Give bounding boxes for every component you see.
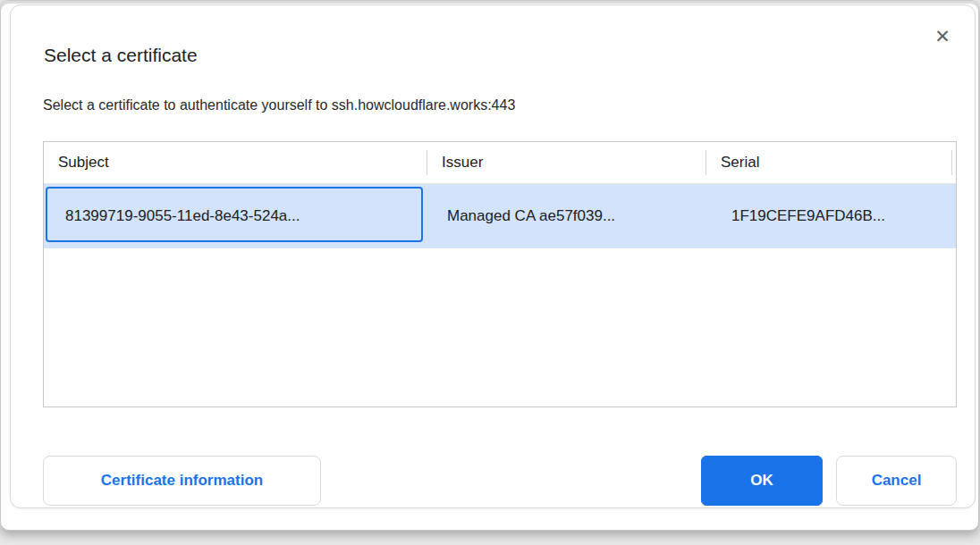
certificate-information-button[interactable]: Certificate information	[43, 456, 321, 506]
table-header-row: Subject Issuer Serial	[44, 142, 956, 184]
close-icon[interactable]: ✕	[930, 23, 955, 48]
column-header-serial: Serial	[706, 142, 952, 183]
dialog-subtitle: Select a certificate to authenticate you…	[43, 97, 515, 113]
column-header-issuer: Issuer	[427, 142, 706, 183]
cancel-button[interactable]: Cancel	[836, 456, 957, 506]
browser-window: ✕ Select a certificate Select a certific…	[0, 0, 979, 531]
certificate-select-dialog: ✕ Select a certificate Select a certific…	[10, 4, 976, 508]
dialog-title: Select a certificate	[44, 45, 198, 66]
cell-subject[interactable]: 81399719-9055-11ed-8e43-524a...	[44, 184, 427, 248]
screen: ✕ Select a certificate Select a certific…	[0, 0, 980, 545]
ok-button[interactable]: OK	[701, 456, 823, 506]
table-row[interactable]: 81399719-9055-11ed-8e43-524a... Managed …	[44, 184, 956, 248]
certificate-table: Subject Issuer Serial 81399719-9055-11ed…	[43, 141, 957, 407]
column-header-subject: Subject	[44, 142, 427, 183]
cell-issuer[interactable]: Managed CA ae57f039...	[427, 184, 706, 248]
cell-serial[interactable]: 1F19CEFE9AFD46B...	[706, 184, 952, 248]
